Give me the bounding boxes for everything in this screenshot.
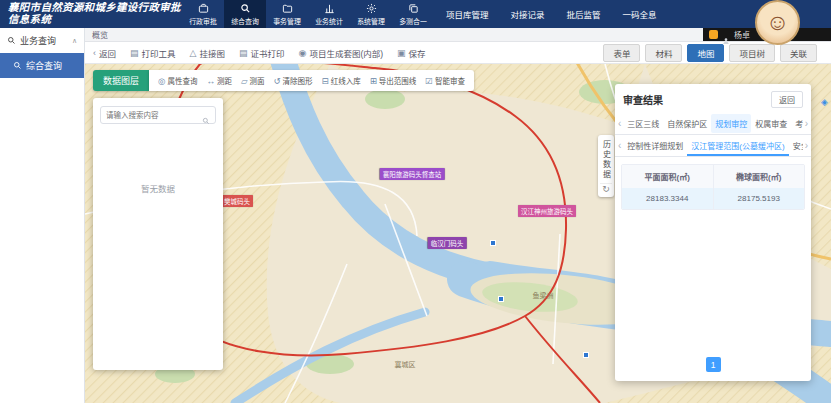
sidebar-item-业务查询[interactable]: 业务查询∧ (0, 28, 84, 53)
view-buttons: 表单材料地图项目树关联 (603, 44, 823, 62)
map-tool-清除图形[interactable]: ↺清除图形 (273, 75, 312, 86)
map-tool-label: 导出范围线 (379, 75, 417, 86)
view-button-地图[interactable]: 地图 (687, 44, 724, 62)
table-header-cell: 平面面积(㎡) (622, 165, 714, 188)
nav-link-对接记录[interactable]: 对接记录 (511, 8, 545, 20)
results-subtab-汉江管理范围(公墓缓冲区)[interactable]: 汉江管理范围(公墓缓冲区) (687, 135, 788, 156)
nav-link-一码全息[interactable]: 一码全息 (623, 8, 657, 20)
map-marker-icon[interactable] (490, 240, 496, 246)
page-button-1[interactable]: 1 (706, 357, 721, 372)
smart-review-icon: ☑ (425, 76, 433, 86)
briefcase-icon (198, 3, 209, 14)
table-header-cell: 椭球面积(㎡) (714, 165, 805, 188)
results-subtabs: 控制性详细规划汉江管理范围(公墓缓冲区)安全控制区 (623, 135, 802, 156)
toolbar-item-label: 项目生成套图(内部) (309, 47, 383, 59)
nav-item-label: 系统管理 (357, 15, 385, 25)
app-title: 襄阳市自然资源和城乡建设行政审批信息系统 (0, 2, 182, 25)
cert-print-icon: ▤ (239, 48, 248, 58)
map-label-chip: 樊城码头 (221, 195, 253, 207)
map-tool-测面[interactable]: ▱测面 (241, 75, 265, 86)
back-icon: ‹ (93, 48, 96, 58)
tabs-scroll-right-icon[interactable]: › (803, 118, 810, 129)
nav-links: 项目库管理对接记录批后监管一码全息 (446, 8, 657, 20)
side-tab-label: 历史数据 (601, 140, 612, 180)
map-tool-label: 测距 (217, 75, 232, 86)
measure-distance-icon: ↔ (206, 76, 215, 86)
data-layers-button[interactable]: 数据图层 (93, 70, 149, 91)
toolbar-item-返回[interactable]: ‹返回 (93, 47, 116, 59)
print-icon: ▤ (130, 48, 139, 58)
layers-icon (408, 3, 419, 14)
map-side-tab[interactable]: 历史数据 ↻ (598, 135, 614, 197)
results-tab-三区三线[interactable]: 三区三线 (623, 114, 663, 133)
view-button-关联[interactable]: 关联 (780, 44, 817, 62)
map-tool-测距[interactable]: ↔测距 (206, 75, 232, 86)
map-marker-icon[interactable] (498, 296, 504, 302)
table-header-row: 平面面积(㎡)椭球面积(㎡) (622, 165, 804, 188)
nav-item-行政审批[interactable]: 行政审批 (182, 0, 224, 28)
user-avatar[interactable]: ☺ (755, 0, 800, 45)
nav-item-label: 业务统计 (315, 15, 343, 25)
results-subtabs-row: ‹ 控制性详细规划汉江管理范围(公墓缓冲区)安全控制区 › (615, 135, 811, 157)
chevron-up-icon: ∧ (72, 37, 77, 45)
map-tool-label: 属性查询 (167, 75, 197, 86)
toolbar-item-项目生成套图(内部)[interactable]: ◉项目生成套图(内部) (299, 47, 384, 59)
sidebar-item-label: 业务查询 (20, 34, 56, 47)
nav-link-项目库管理[interactable]: 项目库管理 (446, 8, 489, 20)
map-tool-label: 测面 (249, 75, 264, 86)
view-button-材料[interactable]: 材料 (645, 44, 682, 62)
map-viewport[interactable]: 数据图层 ◎属性查询↔测距▱测面↺清除图形⊟红线入库⊞导出范围线☑智能审查 暂无… (85, 64, 831, 403)
breadcrumb-tab[interactable]: 概览 (92, 29, 108, 40)
map-tool-导出范围线[interactable]: ⊞导出范围线 (370, 75, 417, 86)
nav-item-系统管理[interactable]: 系统管理 (350, 0, 392, 28)
search-icon[interactable] (202, 111, 210, 119)
results-tab-自然保护区[interactable]: 自然保护区 (663, 114, 711, 133)
toolbar-item-证书打印[interactable]: ▤证书打印 (239, 47, 285, 59)
results-subtab-控制性详细规划[interactable]: 控制性详细规划 (623, 135, 687, 156)
results-back-button[interactable]: 返回 (771, 91, 803, 108)
toolbar-item-保存[interactable]: ▣保存 (397, 47, 426, 59)
search-box (100, 106, 216, 124)
refresh-icon[interactable]: ↻ (600, 183, 612, 195)
clear-graphics-icon: ↺ (273, 76, 280, 86)
table-row[interactable]: 28183.334428175.5193 (622, 188, 804, 209)
view-button-表单[interactable]: 表单 (603, 44, 640, 62)
nav-item-事务管理[interactable]: 事务管理 (266, 0, 308, 28)
map-tool-智能审查[interactable]: ☑智能审查 (425, 75, 465, 86)
toolbar-item-打印工具[interactable]: ▤打印工具 (130, 47, 176, 59)
map-tool-label: 清除图形 (283, 75, 313, 86)
map-help-widget[interactable]: ◈ (821, 97, 828, 107)
tabs-scroll-left-icon[interactable]: ‹ (616, 118, 623, 129)
map-marker-icon[interactable] (583, 352, 589, 358)
nav-items: 行政审批综合查询事务管理业务统计系统管理多测合一 (182, 0, 434, 28)
help-icon: ◈ (821, 97, 828, 107)
redline-import-icon: ⊟ (322, 76, 329, 86)
folder-icon (282, 3, 293, 14)
sidebar-item-综合查询[interactable]: 综合查询 (0, 53, 84, 78)
main-content: 概览 ‹返回▤打印工具△挂接图▤证书打印◉项目生成套图(内部)▣保存表单材料地图… (85, 28, 831, 403)
nav-link-批后监管[interactable]: 批后监管 (567, 8, 601, 20)
toolbar-item-挂接图[interactable]: △挂接图 (190, 47, 225, 59)
map-tool-属性查询[interactable]: ◎属性查询 (158, 75, 197, 86)
nav-item-综合查询[interactable]: 综合查询 (224, 0, 266, 28)
search-icon (7, 36, 16, 45)
results-tab-规划审控[interactable]: 规划审控 (711, 114, 751, 133)
search-input[interactable] (106, 111, 199, 120)
subtabs-scroll-left-icon[interactable]: ‹ (616, 140, 623, 151)
page-toolbar: ‹返回▤打印工具△挂接图▤证书打印◉项目生成套图(内部)▣保存表单材料地图项目树… (85, 42, 831, 64)
map-tool-红线入库[interactable]: ⊟红线入库 (322, 75, 361, 86)
nav-item-业务统计[interactable]: 业务统计 (308, 0, 350, 28)
nav-item-多测合一[interactable]: 多测合一 (392, 0, 434, 28)
subtabs-scroll-right-icon[interactable]: › (803, 140, 810, 151)
person-icon (722, 31, 730, 39)
nav-item-label: 行政审批 (189, 15, 217, 25)
view-button-项目树[interactable]: 项目树 (729, 44, 775, 62)
map-area-label: 鱼梁洲 (533, 290, 554, 300)
results-tab-权属审查[interactable]: 权属审查 (751, 114, 791, 133)
app-window: 襄阳市自然资源和城乡建设行政审批信息系统 行政审批综合查询事务管理业务统计系统管… (0, 0, 831, 403)
results-tab-考核[interactable]: 考核 (791, 114, 802, 133)
map-tool-label: 智能审查 (435, 75, 465, 86)
results-subtab-安全控制区[interactable]: 安全控制区 (789, 135, 803, 156)
pagination: 1 (615, 348, 811, 381)
user-name[interactable]: 杨卓 (734, 29, 750, 40)
